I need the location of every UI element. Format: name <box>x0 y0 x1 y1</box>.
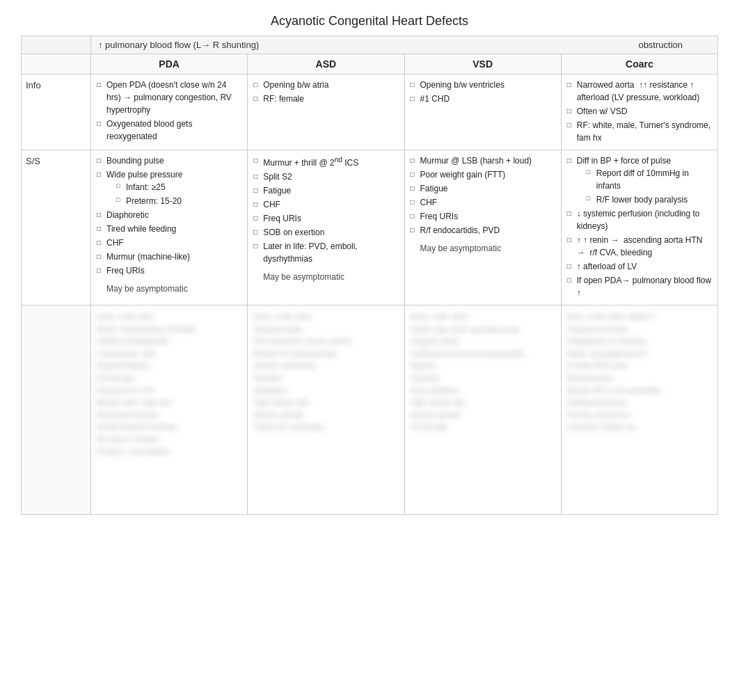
blurred-vsd-cell: Echo, CXR, EKG Small: may close spontane… <box>405 305 562 514</box>
col-header-asd: ASD <box>248 54 404 74</box>
ss-coarc-cell: Diff in BP + force of pulse Report diff … <box>562 150 717 305</box>
info-row: Info Open PDA (doesn't close w/n 24 hrs)… <box>22 74 717 150</box>
info-asd-cell: Opening b/w atria RF: female <box>248 74 404 150</box>
list-item: CHF <box>411 196 555 209</box>
obstruction-label: obstruction <box>259 40 710 50</box>
page-title: Acyanotic Congenital Heart Defects <box>0 0 739 35</box>
main-table: ↑ pulmonary blood flow (L→ R shunting) o… <box>21 35 718 515</box>
blurred-pda-cell: Echo, CXR, EKG Meds: Indomethacin (NSAID… <box>91 305 248 514</box>
list-item: CHF <box>97 237 241 249</box>
list-item: Report diff of 10mmHg in infants <box>587 167 712 192</box>
asymptomatic-note: May be asymptomatic <box>253 271 398 283</box>
blurred-row: Echo, CXR, EKG Meds: Indomethacin (NSAID… <box>22 305 717 514</box>
ss-vsd-cell: Murmur @ LSB (harsh + loud) Poor weight … <box>405 150 562 305</box>
list-item: Murmur (machine-like) <box>97 250 241 263</box>
subheader-row: ↑ pulmonary blood flow (L→ R shunting) o… <box>22 36 717 54</box>
col-header-coarc: Coarc <box>562 54 717 74</box>
list-item: Diaphoretic <box>97 209 241 221</box>
list-item: If open PDA→ pulmonary blood flow ↑ <box>567 274 712 299</box>
list-item: Narrowed aorta ↑↑ resistance ↑ afterload… <box>567 79 712 104</box>
list-item: Poor weight gain (FTT) <box>411 168 555 181</box>
list-item: Oxygenated blood gets reoxygenated <box>97 118 241 143</box>
list-item: Opening b/w atria <box>253 79 398 91</box>
ss-row: S/S Bounding pulse Wide pulse pressure I… <box>22 150 717 305</box>
list-item: Diff in BP + force of pulse Report diff … <box>567 154 712 206</box>
blurred-asd-content: Echo, CXR, EKG Surgical repair Percutane… <box>253 311 398 433</box>
col-header-vsd: VSD <box>405 54 562 74</box>
subheader-text: ↑ pulmonary blood flow (L→ R shunting) o… <box>91 36 717 54</box>
list-item: Split S2 <box>253 170 398 183</box>
list-item: ↑ afterload of LV <box>567 260 712 273</box>
list-item: Freq URIs <box>97 264 241 277</box>
list-item: Opening b/w ventricles <box>411 79 555 91</box>
blurred-coarc-cell: Echo, CXR, EKG, MRI/CT Surgical resectio… <box>562 305 717 514</box>
list-item: Later in life: PVD, emboli, dysrhythmias <box>253 240 398 265</box>
info-data-cells: Open PDA (doesn't close w/n 24 hrs) → pu… <box>91 74 717 150</box>
list-item: ↓ systemic perfusion (including to kidne… <box>567 207 712 232</box>
list-item: Murmur @ LSB (harsh + loud) <box>411 154 555 167</box>
list-item: Open PDA (doesn't close w/n 24 hrs) → pu… <box>97 79 241 116</box>
list-item: R/F lower body paralysis <box>587 193 712 206</box>
list-item: Freq URIs <box>411 210 555 223</box>
list-item: CHF <box>253 198 398 211</box>
blurred-asd-cell: Echo, CXR, EKG Surgical repair Percutane… <box>248 305 404 514</box>
info-row-label: Info <box>22 74 91 150</box>
asymptomatic-note: May be asymptomatic <box>97 283 241 295</box>
list-item: SOB on exertion <box>253 226 398 239</box>
blurred-label-cell <box>22 305 91 514</box>
ss-row-label: S/S <box>22 150 91 305</box>
asymptomatic-note: May be asymptomatic <box>411 242 555 255</box>
info-pda-cell: Open PDA (doesn't close w/n 24 hrs) → pu… <box>91 74 248 150</box>
col-header-info <box>22 54 91 74</box>
column-headers: PDA ASD VSD Coarc <box>22 54 717 74</box>
list-item: Murmur + thrill @ 2nd ICS <box>253 154 398 169</box>
ss-pda-cell: Bounding pulse Wide pulse pressure Infan… <box>91 150 248 305</box>
ss-data-cells: Bounding pulse Wide pulse pressure Infan… <box>91 150 717 305</box>
blurred-vsd-content: Echo, CXR, EKG Small: may close spontane… <box>411 311 555 433</box>
list-item: Wide pulse pressure Infant: ≥25 Preterm:… <box>97 168 241 207</box>
list-item: RF: white, male, Turner's syndrome, fam … <box>567 119 712 144</box>
ss-asd-cell: Murmur + thrill @ 2nd ICS Split S2 Fatig… <box>248 150 404 305</box>
list-item: Tired while feeding <box>97 223 241 235</box>
list-item: Bounding pulse <box>97 154 241 167</box>
list-item: Freq URIs <box>253 212 398 225</box>
list-item: Preterm: 15-20 <box>116 195 241 207</box>
info-coarc-cell: Narrowed aorta ↑↑ resistance ↑ afterload… <box>562 74 717 150</box>
col-header-pda: PDA <box>91 54 248 74</box>
list-item: Often w/ VSD <box>567 105 712 118</box>
list-item: R/f endocartidis, PVD <box>411 224 555 237</box>
list-item: RF: female <box>253 93 398 105</box>
list-item: ↑ ↑ renin → ascending aorta HTN → r/f CV… <box>567 234 712 259</box>
list-item: #1 CHD <box>411 93 555 105</box>
info-vsd-cell: Opening b/w ventricles #1 CHD <box>405 74 562 150</box>
subheader-empty <box>22 36 91 54</box>
list-item: Fatigue <box>411 182 555 195</box>
list-item: Fatigue <box>253 184 398 197</box>
blurred-pda-content: Echo, CXR, EKG Meds: Indomethacin (NSAID… <box>97 311 241 458</box>
blurred-coarc-content: Echo, CXR, EKG, MRI/CT Surgical resectio… <box>567 311 712 433</box>
list-item: Infant: ≥25 <box>116 181 241 193</box>
